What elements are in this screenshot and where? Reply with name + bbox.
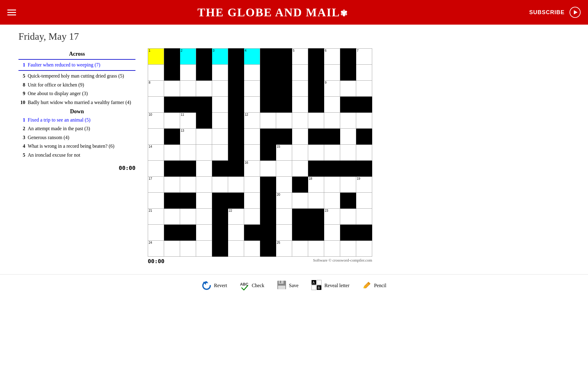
cell-5-10[interactable]	[308, 129, 324, 145]
clue-across-9[interactable]: 9 One about to display anger (3)	[18, 90, 135, 97]
cell-7-10[interactable]	[308, 161, 324, 177]
cell-3-5[interactable]	[228, 97, 244, 113]
cell-8-7[interactable]	[260, 177, 276, 193]
cell-9-12[interactable]	[340, 193, 356, 209]
cell-6-9[interactable]	[292, 145, 308, 161]
cell-10-8[interactable]	[276, 209, 292, 225]
cell-4-7[interactable]	[260, 113, 276, 129]
cell-8-12[interactable]	[340, 177, 356, 193]
cell-2-12[interactable]	[340, 81, 356, 97]
cell-4-2[interactable]: 11	[180, 113, 196, 129]
cell-2-2[interactable]	[180, 81, 196, 97]
cell-7-12[interactable]	[340, 161, 356, 177]
cell-2-1[interactable]	[164, 81, 180, 97]
cell-5-6[interactable]	[244, 129, 260, 145]
cell-2-8[interactable]	[276, 81, 292, 97]
reveal-button[interactable]: A B Reveal letter	[311, 279, 349, 292]
cell-7-3[interactable]	[196, 161, 212, 177]
cell-9-8[interactable]: 20	[276, 193, 292, 209]
cell-3-4[interactable]	[212, 97, 228, 113]
cell-5-1[interactable]	[164, 129, 180, 145]
cell-2-13[interactable]	[356, 81, 372, 97]
cell-1-1[interactable]	[164, 65, 180, 81]
pencil-button[interactable]: Pencil	[362, 280, 386, 291]
cell-8-10[interactable]: 18	[308, 177, 324, 193]
cell-4-6[interactable]: 12	[244, 113, 260, 129]
clue-down-2[interactable]: 2 An attempt made in the past (3)	[18, 125, 135, 132]
cell-12-9[interactable]	[292, 241, 308, 257]
cell-11-12[interactable]	[340, 225, 356, 241]
check-button[interactable]: ABC Check	[240, 281, 264, 291]
cell-0-9[interactable]: 5	[292, 49, 308, 65]
cell-5-4[interactable]	[212, 129, 228, 145]
cell-3-3[interactable]	[196, 97, 212, 113]
cell-2-4[interactable]	[212, 81, 228, 97]
cell-7-11[interactable]	[324, 161, 340, 177]
cell-0-5[interactable]	[228, 49, 244, 65]
cell-8-3[interactable]	[196, 177, 212, 193]
cell-5-11[interactable]	[324, 129, 340, 145]
cell-1-4[interactable]	[212, 65, 228, 81]
cell-7-8[interactable]	[276, 161, 292, 177]
cell-10-2[interactable]	[180, 209, 196, 225]
cell-8-13[interactable]: 19	[356, 177, 372, 193]
cell-2-10[interactable]	[308, 81, 324, 97]
cell-12-0[interactable]: 24	[148, 241, 164, 257]
cell-4-13[interactable]	[356, 113, 372, 129]
clues-panel[interactable]: Across 1 Faulter when reduced to weeping…	[18, 48, 135, 171]
cell-11-9[interactable]	[292, 225, 308, 241]
save-button[interactable]: Save	[277, 280, 299, 291]
clue-down-1[interactable]: 1 Fixed a trip to see an animal (5)	[18, 117, 135, 123]
cell-3-9[interactable]	[292, 97, 308, 113]
cell-6-0[interactable]: 14	[148, 145, 164, 161]
cell-7-0[interactable]	[148, 161, 164, 177]
cell-8-4[interactable]	[212, 177, 228, 193]
cell-1-0[interactable]	[148, 65, 164, 81]
cell-6-8[interactable]: 15	[276, 145, 292, 161]
cell-10-5[interactable]: 22	[228, 209, 244, 225]
cell-2-3[interactable]	[196, 81, 212, 97]
cell-3-10[interactable]	[308, 97, 324, 113]
cell-4-3[interactable]	[196, 113, 212, 129]
cell-1-12[interactable]	[340, 65, 356, 81]
cell-1-9[interactable]	[292, 65, 308, 81]
cell-11-0[interactable]	[148, 225, 164, 241]
cell-0-0[interactable]: 1	[148, 49, 164, 65]
subscribe-button[interactable]: SUBSCRIBE	[529, 9, 565, 16]
clue-across-10[interactable]: 10 Badly hurt widow who married a wealth…	[18, 99, 135, 106]
cell-1-6[interactable]	[244, 65, 260, 81]
cell-9-9[interactable]	[292, 193, 308, 209]
cell-9-4[interactable]	[212, 193, 228, 209]
clue-across-1[interactable]: 1 Faulter when reduced to weeping (7)	[18, 59, 135, 71]
cell-5-12[interactable]	[340, 129, 356, 145]
cell-9-13[interactable]	[356, 193, 372, 209]
cell-7-7[interactable]	[260, 161, 276, 177]
cell-4-5[interactable]	[228, 113, 244, 129]
cell-9-6[interactable]	[244, 193, 260, 209]
menu-icon[interactable]	[7, 10, 16, 15]
cell-1-7[interactable]	[260, 65, 276, 81]
cell-0-2[interactable]: 2	[180, 49, 196, 65]
cell-0-12[interactable]	[340, 49, 356, 65]
cell-5-9[interactable]	[292, 129, 308, 145]
cell-11-11[interactable]	[324, 225, 340, 241]
cell-10-7[interactable]	[260, 209, 276, 225]
cell-9-10[interactable]	[308, 193, 324, 209]
cell-5-0[interactable]	[148, 129, 164, 145]
cell-9-3[interactable]	[196, 193, 212, 209]
cell-4-8[interactable]	[276, 113, 292, 129]
cell-10-11[interactable]: 23	[324, 209, 340, 225]
cell-3-13[interactable]	[356, 97, 372, 113]
cell-9-7[interactable]	[260, 193, 276, 209]
cell-8-5[interactable]	[228, 177, 244, 193]
cell-0-10[interactable]	[308, 49, 324, 65]
cell-4-9[interactable]	[292, 113, 308, 129]
cell-8-6[interactable]	[244, 177, 260, 193]
cell-12-2[interactable]	[180, 241, 196, 257]
cell-11-8[interactable]	[276, 225, 292, 241]
cell-9-5[interactable]	[228, 193, 244, 209]
cell-6-7[interactable]	[260, 145, 276, 161]
cell-1-3[interactable]	[196, 65, 212, 81]
cell-8-9[interactable]	[292, 177, 308, 193]
cell-2-7[interactable]	[260, 81, 276, 97]
